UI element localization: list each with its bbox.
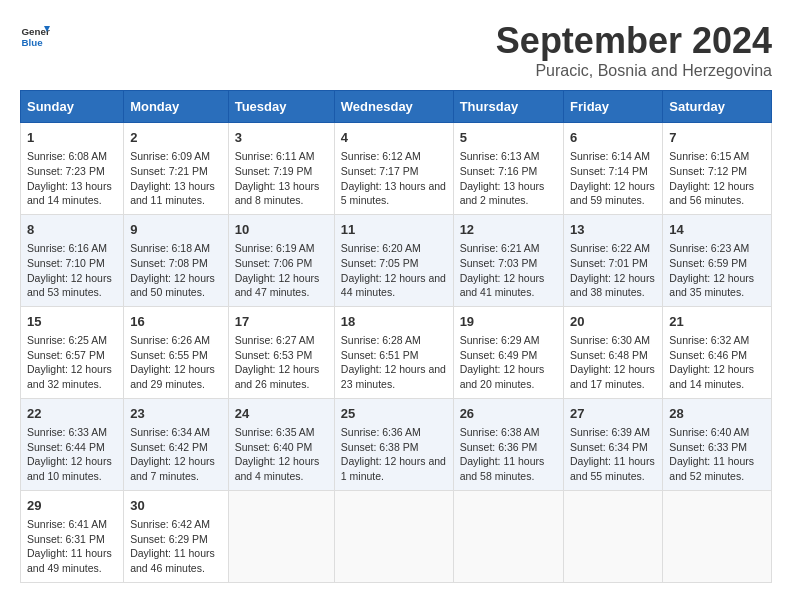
day-number: 28 — [669, 405, 765, 423]
calendar-cell — [564, 490, 663, 582]
calendar-cell: 24Sunrise: 6:35 AMSunset: 6:40 PMDayligh… — [228, 398, 334, 490]
calendar-cell — [334, 490, 453, 582]
calendar-cell: 29Sunrise: 6:41 AMSunset: 6:31 PMDayligh… — [21, 490, 124, 582]
day-number: 19 — [460, 313, 557, 331]
day-number: 25 — [341, 405, 447, 423]
day-number: 10 — [235, 221, 328, 239]
day-number: 17 — [235, 313, 328, 331]
day-number: 13 — [570, 221, 656, 239]
header-cell-thursday: Thursday — [453, 91, 563, 123]
calendar-cell: 30Sunrise: 6:42 AMSunset: 6:29 PMDayligh… — [124, 490, 229, 582]
day-number: 14 — [669, 221, 765, 239]
calendar-cell: 14Sunrise: 6:23 AMSunset: 6:59 PMDayligh… — [663, 214, 772, 306]
calendar-cell: 10Sunrise: 6:19 AMSunset: 7:06 PMDayligh… — [228, 214, 334, 306]
calendar-cell: 7Sunrise: 6:15 AMSunset: 7:12 PMDaylight… — [663, 123, 772, 215]
calendar-table: SundayMondayTuesdayWednesdayThursdayFrid… — [20, 90, 772, 583]
calendar-cell — [663, 490, 772, 582]
header-cell-tuesday: Tuesday — [228, 91, 334, 123]
svg-text:Blue: Blue — [22, 37, 44, 48]
page-subtitle: Puracic, Bosnia and Herzegovina — [496, 62, 772, 80]
calendar-cell: 9Sunrise: 6:18 AMSunset: 7:08 PMDaylight… — [124, 214, 229, 306]
logo: General Blue — [20, 20, 50, 50]
calendar-cell: 11Sunrise: 6:20 AMSunset: 7:05 PMDayligh… — [334, 214, 453, 306]
calendar-cell: 13Sunrise: 6:22 AMSunset: 7:01 PMDayligh… — [564, 214, 663, 306]
calendar-cell: 19Sunrise: 6:29 AMSunset: 6:49 PMDayligh… — [453, 306, 563, 398]
calendar-cell: 5Sunrise: 6:13 AMSunset: 7:16 PMDaylight… — [453, 123, 563, 215]
calendar-cell: 15Sunrise: 6:25 AMSunset: 6:57 PMDayligh… — [21, 306, 124, 398]
day-number: 22 — [27, 405, 117, 423]
day-number: 16 — [130, 313, 222, 331]
day-number: 11 — [341, 221, 447, 239]
calendar-cell: 8Sunrise: 6:16 AMSunset: 7:10 PMDaylight… — [21, 214, 124, 306]
week-row-3: 15Sunrise: 6:25 AMSunset: 6:57 PMDayligh… — [21, 306, 772, 398]
day-number: 3 — [235, 129, 328, 147]
calendar-cell: 25Sunrise: 6:36 AMSunset: 6:38 PMDayligh… — [334, 398, 453, 490]
day-number: 2 — [130, 129, 222, 147]
day-number: 8 — [27, 221, 117, 239]
calendar-cell — [453, 490, 563, 582]
day-number: 29 — [27, 497, 117, 515]
calendar-cell: 20Sunrise: 6:30 AMSunset: 6:48 PMDayligh… — [564, 306, 663, 398]
day-number: 6 — [570, 129, 656, 147]
calendar-cell: 18Sunrise: 6:28 AMSunset: 6:51 PMDayligh… — [334, 306, 453, 398]
header-cell-saturday: Saturday — [663, 91, 772, 123]
calendar-cell: 16Sunrise: 6:26 AMSunset: 6:55 PMDayligh… — [124, 306, 229, 398]
calendar-cell: 4Sunrise: 6:12 AMSunset: 7:17 PMDaylight… — [334, 123, 453, 215]
week-row-5: 29Sunrise: 6:41 AMSunset: 6:31 PMDayligh… — [21, 490, 772, 582]
calendar-cell: 1Sunrise: 6:08 AMSunset: 7:23 PMDaylight… — [21, 123, 124, 215]
day-number: 15 — [27, 313, 117, 331]
logo-icon: General Blue — [20, 20, 50, 50]
calendar-cell: 3Sunrise: 6:11 AMSunset: 7:19 PMDaylight… — [228, 123, 334, 215]
day-number: 12 — [460, 221, 557, 239]
day-number: 23 — [130, 405, 222, 423]
day-number: 21 — [669, 313, 765, 331]
day-number: 30 — [130, 497, 222, 515]
calendar-cell — [228, 490, 334, 582]
calendar-cell: 23Sunrise: 6:34 AMSunset: 6:42 PMDayligh… — [124, 398, 229, 490]
day-number: 4 — [341, 129, 447, 147]
title-section: September 2024 Puracic, Bosnia and Herze… — [496, 20, 772, 80]
day-number: 18 — [341, 313, 447, 331]
header-cell-sunday: Sunday — [21, 91, 124, 123]
calendar-cell: 22Sunrise: 6:33 AMSunset: 6:44 PMDayligh… — [21, 398, 124, 490]
day-number: 5 — [460, 129, 557, 147]
page-title: September 2024 — [496, 20, 772, 62]
calendar-cell: 17Sunrise: 6:27 AMSunset: 6:53 PMDayligh… — [228, 306, 334, 398]
week-row-2: 8Sunrise: 6:16 AMSunset: 7:10 PMDaylight… — [21, 214, 772, 306]
day-number: 1 — [27, 129, 117, 147]
day-number: 20 — [570, 313, 656, 331]
page-header: General Blue September 2024 Puracic, Bos… — [20, 20, 772, 80]
calendar-cell: 21Sunrise: 6:32 AMSunset: 6:46 PMDayligh… — [663, 306, 772, 398]
day-number: 27 — [570, 405, 656, 423]
day-number: 9 — [130, 221, 222, 239]
week-row-1: 1Sunrise: 6:08 AMSunset: 7:23 PMDaylight… — [21, 123, 772, 215]
week-row-4: 22Sunrise: 6:33 AMSunset: 6:44 PMDayligh… — [21, 398, 772, 490]
day-number: 7 — [669, 129, 765, 147]
day-number: 24 — [235, 405, 328, 423]
day-number: 26 — [460, 405, 557, 423]
calendar-cell: 2Sunrise: 6:09 AMSunset: 7:21 PMDaylight… — [124, 123, 229, 215]
calendar-header-row: SundayMondayTuesdayWednesdayThursdayFrid… — [21, 91, 772, 123]
calendar-cell: 12Sunrise: 6:21 AMSunset: 7:03 PMDayligh… — [453, 214, 563, 306]
header-cell-wednesday: Wednesday — [334, 91, 453, 123]
calendar-cell: 26Sunrise: 6:38 AMSunset: 6:36 PMDayligh… — [453, 398, 563, 490]
calendar-cell: 28Sunrise: 6:40 AMSunset: 6:33 PMDayligh… — [663, 398, 772, 490]
calendar-cell: 6Sunrise: 6:14 AMSunset: 7:14 PMDaylight… — [564, 123, 663, 215]
calendar-cell: 27Sunrise: 6:39 AMSunset: 6:34 PMDayligh… — [564, 398, 663, 490]
header-cell-monday: Monday — [124, 91, 229, 123]
header-cell-friday: Friday — [564, 91, 663, 123]
